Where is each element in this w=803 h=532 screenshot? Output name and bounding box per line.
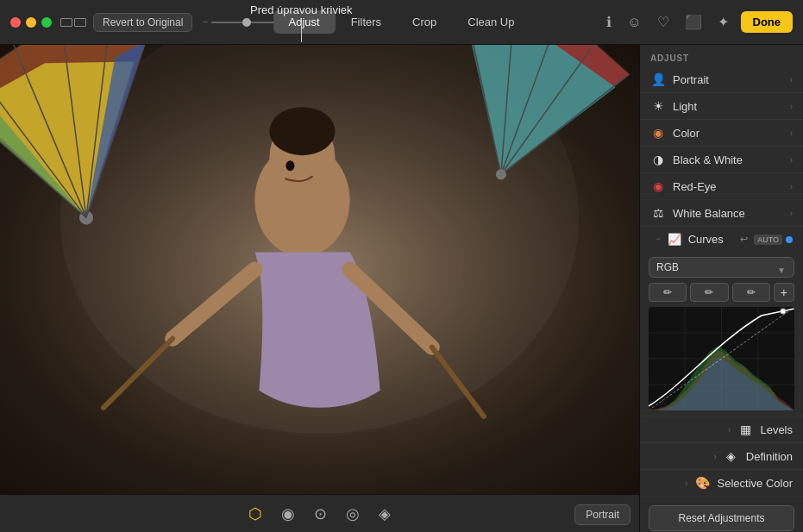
adjust-item-definition[interactable]: › ◈ Definition [640,443,803,470]
adjust-item-color[interactable]: ◉ Color › [640,120,803,147]
wb-icon: ⚖ [650,206,666,220]
portrait-label: Portrait [673,73,709,86]
adjust-item-levels[interactable]: › ▦ Levels [640,416,803,443]
wb-label: White Balance [673,207,745,220]
bw-icon: ◑ [650,153,666,166]
emoji-button[interactable]: ☺ [624,13,644,32]
curve-tool-white[interactable]: ✏ [732,283,770,302]
tooltip-line [301,18,302,42]
curves-undo-button[interactable]: ↩ [737,233,750,246]
close-button[interactable] [10,17,21,28]
tool-circle3-icon[interactable]: ◎ [342,501,363,527]
tooltip-text: Pred úpravou kriviek [250,3,353,16]
selective-color-chevron: › [685,479,687,488]
curves-graph[interactable] [649,307,794,410]
photo-svg [0,45,639,494]
adjust-item-bw[interactable]: ◑ Black & White › [640,147,803,173]
curves-svg [649,307,794,410]
color-icon: ◉ [650,126,666,140]
tool-star-icon[interactable]: ⬡ [245,501,266,527]
auto-badge[interactable]: AUTO [754,235,782,245]
more-button[interactable]: ✦ [714,12,732,32]
curves-tools: ✏ ✏ ✏ + [649,283,794,302]
info-button[interactable]: ℹ [603,12,615,32]
svg-rect-24 [0,45,639,494]
portrait-button[interactable]: Portrait [574,504,630,525]
curve-tool-black[interactable]: ✏ [649,283,687,302]
curves-actions: ↩ AUTO [737,233,793,246]
bw-chevron: › [790,155,793,165]
portrait-chevron: › [790,75,793,84]
tab-cleanup[interactable]: Clean Up [452,10,530,34]
definition-chevron: › [713,452,716,461]
right-panel: ADJUST 👤 Portrait › ☀ Light › ◉ Color › … [639,45,803,532]
curves-chevron: › [654,238,663,241]
wb-chevron: › [790,209,793,218]
adjust-item-redeye[interactable]: ◉ Red-Eye › [640,173,803,200]
definition-icon: ◈ [724,449,739,463]
tooltip-container: Pred úpravou kriviek [250,3,353,42]
levels-label: Levels [760,423,793,436]
redeye-label: Red-Eye [673,180,717,193]
levels-chevron: › [728,425,731,435]
levels-icon: ▦ [737,422,753,436]
titlebar: Revert to Original − + Adjust Filters Cr… [0,0,803,45]
revert-button[interactable]: Revert to Original [93,13,192,32]
curves-label: Curves [688,233,724,246]
traffic-lights [10,17,52,28]
tool-circle1-icon[interactable]: ◉ [278,501,298,527]
photo-area: ⬡ ◉ ⊙ ◎ ◈ Portrait [0,45,639,532]
done-button[interactable]: Done [741,11,794,33]
photo-canvas [0,45,639,494]
toolbar-right: ℹ ☺ ♡ ⬛ ✦ Done [603,11,793,33]
color-chevron: › [790,128,793,138]
selective-color-icon: 🎨 [695,476,711,490]
heart-button[interactable]: ♡ [654,12,673,32]
dv-box-right [74,18,86,27]
zoom-minus-icon: − [203,17,208,27]
fullscreen-button[interactable] [41,17,52,28]
photo-toolbar: ⬡ ◉ ⊙ ◎ ◈ Portrait [0,494,639,532]
minimize-button[interactable] [26,17,36,28]
color-label: Color [673,127,699,140]
tool-diamond-icon[interactable]: ◈ [375,501,394,527]
curves-section: › 📈 Curves ↩ AUTO RGB Red Green Blue [640,227,803,416]
curves-header[interactable]: › 📈 Curves ↩ AUTO [640,227,803,252]
curves-active-dot [786,236,793,243]
light-icon: ☀ [650,99,666,113]
curve-add-button[interactable]: + [774,283,794,302]
tool-circle2-icon[interactable]: ⊙ [311,501,330,527]
reset-adjustments-button[interactable]: Reset Adjustments [649,505,794,531]
light-chevron: › [790,102,793,111]
portrait-icon: 👤 [650,72,666,86]
adjust-item-wb[interactable]: ⚖ White Balance › [640,200,803,227]
bw-label: Black & White [673,153,743,166]
adjust-item-light[interactable]: ☀ Light › [640,93,803,120]
tab-crop[interactable]: Crop [397,10,452,34]
redeye-icon: ◉ [650,179,666,193]
svg-point-33 [781,309,786,314]
curves-icon: 📈 [668,233,681,246]
adjust-item-selective-color[interactable]: › 🎨 Selective Color [640,470,803,497]
curve-tool-gray[interactable]: ✏ [690,283,728,302]
definition-label: Definition [746,450,793,463]
panel-section-title: ADJUST [640,45,803,66]
adjust-item-portrait[interactable]: 👤 Portrait › [640,66,803,93]
dv-box-left [60,18,72,27]
main-area: ⬡ ◉ ⊙ ◎ ◈ Portrait ADJUST 👤 Portrait › ☀… [0,45,803,532]
share-button[interactable]: ⬛ [681,12,706,32]
dual-view-icon[interactable] [60,18,86,27]
selective-color-label: Selective Color [718,477,793,490]
curves-content: RGB Red Green Blue ▼ ✏ ✏ ✏ + [640,252,803,416]
light-label: Light [673,100,697,113]
redeye-chevron: › [790,182,793,191]
rgb-channel-select[interactable]: RGB Red Green Blue [649,257,794,278]
